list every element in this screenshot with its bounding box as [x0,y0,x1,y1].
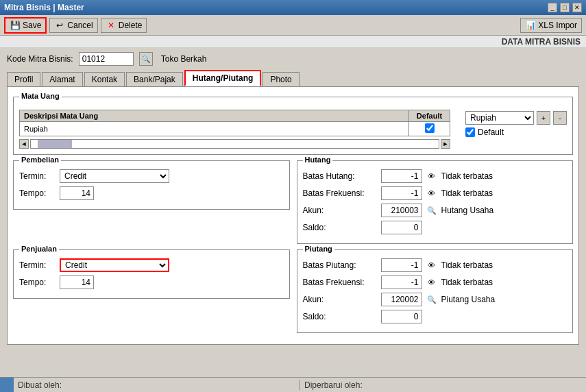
delete-icon: ✕ [106,20,117,31]
termin-pembelian-label: Termin: [19,171,57,181]
penjualan-piutang-row: Penjualan Termin: Credit Cash COD Tempo: [13,249,573,339]
akun-piutang-suffix: Piutang Usaha [441,295,496,304]
xls-import-button[interactable]: 📊 XLS Impor [520,18,582,33]
saldo-piutang-label: Saldo: [303,312,378,321]
table-row: Rupiah [20,122,450,136]
akun-piutang-label: Akun: [303,295,378,304]
status-dibuat: Dibuat oleh: [14,380,300,390]
company-name: Toko Berkah [161,54,207,64]
data-section-header: DATA MITRA BISNIS [0,36,586,48]
termin-penjualan-select[interactable]: Credit Cash COD [60,258,169,272]
penjualan-title: Penjualan [19,245,59,253]
data-section-label: DATA MITRA BISNIS [502,37,581,47]
mata-uang-name: Rupiah [20,122,409,136]
dibuat-label: Dibuat oleh: [18,380,62,390]
batas-frekuensi-piutang-label: Batas Frekuensi: [303,278,378,287]
tab-hutang-piutang[interactable]: Hutang/Piutang [184,70,262,86]
akun-piutang-input[interactable] [381,293,422,306]
batas-frekuensi-hutang-suffix: Tidak terbatas [441,188,493,198]
kode-input[interactable] [79,52,134,66]
tempo-penjualan-input[interactable] [60,275,94,289]
saldo-hutang-row: Saldo: [303,221,567,234]
save-icon: 💾 [10,20,21,31]
tempo-penjualan-label: Tempo: [19,278,57,287]
penjualan-section: Penjualan Termin: Credit Cash COD Tempo: [13,249,290,299]
akun-hutang-row: Akun: 🔍 Hutang Usaha [303,204,567,217]
batas-piutang-suffix: Tidak terbatas [441,260,493,270]
tempo-penjualan-row: Tempo: [19,275,284,289]
penjualan-column: Penjualan Termin: Credit Cash COD Tempo: [13,249,290,339]
saldo-hutang-input[interactable] [381,221,422,234]
tab-photo[interactable]: Photo [263,72,299,86]
minimize-btn[interactable]: _ [548,3,557,12]
batas-hutang-suffix: Tidak terbatas [441,171,493,181]
save-button[interactable]: 💾 Save [4,17,47,34]
batas-frekuensi-hutang-icon: 👁 [425,188,439,199]
batas-piutang-icon: 👁 [425,260,439,271]
tab-kontak[interactable]: Kontak [84,72,125,86]
close-btn[interactable]: ✕ [572,3,582,12]
scroll-right-btn[interactable]: ► [441,139,450,149]
cancel-button[interactable]: ↩ Cancel [49,18,97,33]
akun-hutang-icon: 🔍 [425,205,439,216]
batas-piutang-input[interactable] [381,258,422,272]
scroll-thumb [38,140,72,148]
default-label: Default [478,127,504,137]
batas-hutang-input[interactable] [381,169,422,183]
cancel-icon: ↩ [54,20,65,31]
batas-frekuensi-piutang-icon: 👁 [425,277,439,288]
kode-search-button[interactable]: 🔍 [139,52,153,66]
batas-frekuensi-piutang-row: Batas Frekuensi: 👁 Tidak terbatas [303,275,567,289]
default-check-cell [409,122,450,136]
scroll-left-btn[interactable]: ◄ [19,139,29,149]
tempo-pembelian-label: Tempo: [19,188,57,198]
delete-button[interactable]: ✕ Delete [101,18,147,33]
default-currency-checkbox[interactable] [465,127,475,137]
default-row: Default [465,127,567,137]
batas-frekuensi-hutang-input[interactable] [381,186,422,200]
tabs-bar: Profil Alamat Kontak Bank/Pajak Hutang/P… [7,70,579,86]
remove-currency-button[interactable]: - [553,111,567,125]
tab-profil[interactable]: Profil [7,72,40,86]
status-indicator [0,378,14,392]
termin-penjualan-row: Termin: Credit Cash COD [19,258,284,272]
add-currency-button[interactable]: + [537,111,550,125]
restore-btn[interactable]: □ [560,3,570,12]
akun-hutang-label: Akun: [303,206,378,215]
tempo-pembelian-input[interactable] [60,186,94,200]
batas-frekuensi-piutang-input[interactable] [381,275,422,289]
tab-alamat[interactable]: Alamat [42,72,82,86]
akun-hutang-input[interactable] [381,204,422,217]
col-deskripsi: Deskripsi Mata Uang [20,110,409,122]
batas-frekuensi-hutang-label: Batas Frekuensi: [303,188,378,198]
pembelian-section: Pembelian Termin: Credit Cash COD Tempo: [13,160,290,210]
termin-penjualan-label: Termin: [19,260,57,270]
title-bar: Mitra Bisnis | Master _ □ ✕ [0,0,586,15]
termin-pembelian-select[interactable]: Credit Cash COD [60,169,169,183]
batas-frekuensi-piutang-suffix: Tidak terbatas [441,278,493,287]
hutang-column: Hutang Batas Hutang: 👁 Tidak terbatas Ba… [297,160,574,249]
window-title: Mitra Bisnis | Master [4,3,84,12]
pembelian-hutang-row: Pembelian Termin: Credit Cash COD Tempo: [13,160,573,249]
batas-hutang-row: Batas Hutang: 👁 Tidak terbatas [303,169,567,183]
kode-label: Kode Mitra Bisnis: [7,54,73,64]
default-checkbox[interactable] [425,123,435,133]
akun-hutang-suffix: Hutang Usaha [441,206,494,215]
saldo-piutang-input[interactable] [381,310,422,323]
mata-uang-title: Mata Uang [19,92,62,100]
saldo-hutang-label: Saldo: [303,223,378,232]
toolbar: 💾 Save ↩ Cancel ✕ Delete 📊 XLS Impor [0,15,586,36]
batas-piutang-row: Batas Piutang: 👁 Tidak terbatas [303,258,567,272]
diperbarui-label: Diperbarui oleh: [304,380,363,390]
scroll-track[interactable] [30,139,439,149]
tab-content: Mata Uang Deskripsi Mata Uang Default [7,86,579,345]
mata-uang-table: Deskripsi Mata Uang Default Rupiah [19,110,450,136]
piutang-column: Piutang Batas Piutang: 👁 Tidak terbatas … [297,249,574,339]
termin-pembelian-row: Termin: Credit Cash COD [19,169,284,183]
mata-uang-dropdown[interactable]: Rupiah [465,111,534,125]
status-bar: Dibuat oleh: Diperbarui oleh: [0,377,586,392]
saldo-piutang-row: Saldo: [303,310,567,323]
tab-bank-pajak[interactable]: Bank/Pajak [126,72,183,86]
batas-hutang-label: Batas Hutang: [303,171,378,181]
pembelian-column: Pembelian Termin: Credit Cash COD Tempo: [13,160,290,249]
